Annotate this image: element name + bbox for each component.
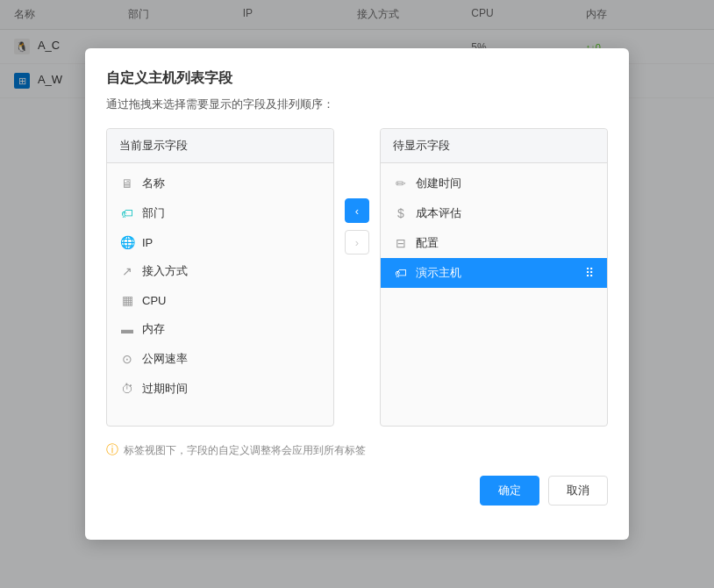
share-icon: ↗ <box>119 264 135 278</box>
list-item-expire[interactable]: ⏱ 过期时间 <box>107 374 333 404</box>
item-label-expire: 过期时间 <box>142 381 188 397</box>
notice-row: ⓘ 标签视图下，字段的自定义调整将会应用到所有标签 <box>106 442 608 458</box>
pending-fields-header: 待显示字段 <box>381 129 607 163</box>
item-label-memory: 内存 <box>142 321 165 337</box>
confirm-button[interactable]: 确定 <box>480 476 539 506</box>
list-item-demo[interactable]: 🏷 演示主机 ⠿ <box>381 258 607 288</box>
item-label-demo: 演示主机 <box>416 265 461 281</box>
modal-overlay: 自定义主机列表字段 通过拖拽来选择需要显示的字段及排列顺序： 当前显示字段 🖥 … <box>0 0 714 588</box>
list-item-cpu[interactable]: ▦ CPU <box>107 286 333 314</box>
demo-tag-icon: 🏷 <box>393 266 409 280</box>
item-label-config: 配置 <box>416 235 439 251</box>
dollar-icon: $ <box>393 206 409 220</box>
item-label-cpu: CPU <box>142 294 166 307</box>
item-label-name: 名称 <box>142 176 165 191</box>
list-item-memory[interactable]: ▬ 内存 <box>107 314 333 344</box>
columns-area: 当前显示字段 🖥 名称 🏷 部门 🌐 IP ↗ <box>106 128 608 427</box>
button-row: 确定 取消 <box>106 476 608 506</box>
cancel-button[interactable]: 取消 <box>548 476 608 506</box>
list-item-dept[interactable]: 🏷 部门 <box>107 198 333 228</box>
current-fields-box: 当前显示字段 🖥 名称 🏷 部门 🌐 IP ↗ <box>106 128 334 427</box>
dialog-subtitle: 通过拖拽来选择需要显示的字段及排列顺序： <box>106 97 608 112</box>
item-label-ip: IP <box>142 236 153 249</box>
list-item-cost[interactable]: $ 成本评估 <box>381 198 607 228</box>
pencil-icon: ✏ <box>393 176 409 190</box>
move-right-button[interactable]: › <box>345 230 369 255</box>
speed-icon: ⊙ <box>119 352 135 366</box>
item-label-created: 创建时间 <box>416 176 461 191</box>
globe-icon: 🌐 <box>119 235 135 249</box>
config-icon: ⊟ <box>393 236 409 250</box>
cpu-icon: ▦ <box>119 293 135 307</box>
current-fields-header: 当前显示字段 <box>107 129 333 163</box>
chevron-left-icon: ‹ <box>355 204 359 218</box>
list-item-config[interactable]: ⊟ 配置 <box>381 228 607 258</box>
tag-icon: 🏷 <box>119 206 135 220</box>
current-fields-list: 🖥 名称 🏷 部门 🌐 IP ↗ 接入方式 <box>107 163 333 409</box>
dialog-footer: ⓘ 标签视图下，字段的自定义调整将会应用到所有标签 确定 取消 <box>106 442 608 506</box>
clock-icon: ⏱ <box>119 382 135 396</box>
drag-handle-icon: ⠿ <box>585 266 595 280</box>
transfer-buttons: ‹ › <box>345 128 369 255</box>
list-item-access[interactable]: ↗ 接入方式 <box>107 256 333 286</box>
pending-fields-box: 待显示字段 ✏ 创建时间 $ 成本评估 ⊟ 配置 🏷 <box>380 128 608 427</box>
memory-icon: ▬ <box>119 322 135 336</box>
list-item-name[interactable]: 🖥 名称 <box>107 169 333 198</box>
list-item-ip[interactable]: 🌐 IP <box>107 228 333 256</box>
info-icon: ⓘ <box>106 442 118 458</box>
item-label-cost: 成本评估 <box>416 205 461 221</box>
dialog-title: 自定义主机列表字段 <box>106 69 608 88</box>
customize-dialog: 自定义主机列表字段 通过拖拽来选择需要显示的字段及排列顺序： 当前显示字段 🖥 … <box>85 48 629 540</box>
list-item-created[interactable]: ✏ 创建时间 <box>381 169 607 198</box>
move-left-button[interactable]: ‹ <box>345 198 369 223</box>
item-label-dept: 部门 <box>142 205 165 221</box>
pending-fields-list: ✏ 创建时间 $ 成本评估 ⊟ 配置 🏷 演示主机 ⠿ <box>381 163 607 293</box>
monitor-icon: 🖥 <box>119 176 135 190</box>
item-label-bandwidth: 公网速率 <box>142 351 188 367</box>
list-item-bandwidth[interactable]: ⊙ 公网速率 <box>107 344 333 374</box>
chevron-right-icon: › <box>355 236 359 249</box>
notice-text: 标签视图下，字段的自定义调整将会应用到所有标签 <box>124 443 366 458</box>
item-label-access: 接入方式 <box>142 263 188 279</box>
